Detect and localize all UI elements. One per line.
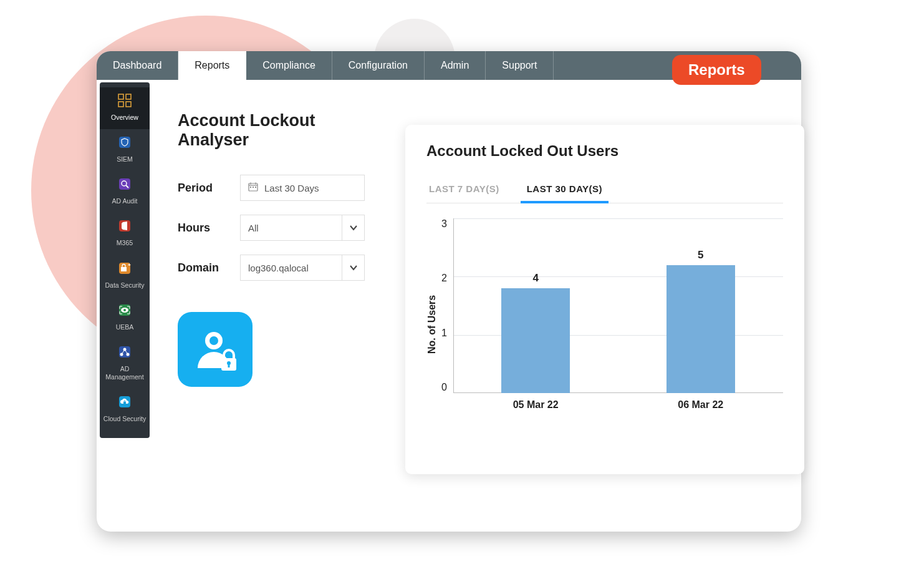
tab-admin[interactable]: Admin <box>425 51 486 80</box>
bar-col-1: 5 <box>667 249 735 393</box>
bar-col-0: 4 <box>501 272 570 393</box>
sidebar-item-ad-audit[interactable]: AD Audit <box>100 171 150 213</box>
sidebar-item-ad-management[interactable]: AD Management <box>100 339 150 389</box>
sidebar-item-m365[interactable]: M365 <box>100 213 150 255</box>
chart-title: Account Locked Out Users <box>426 142 783 160</box>
tab-dashboard[interactable]: Dashboard <box>97 51 178 80</box>
hours-label: Hours <box>178 221 240 235</box>
x-axis-ticks: 05 Mar 22 06 Mar 22 <box>453 399 783 411</box>
tab-configuration[interactable]: Configuration <box>332 51 425 80</box>
tab-support[interactable]: Support <box>486 51 554 80</box>
calendar-icon <box>248 182 258 194</box>
period-field[interactable]: Last 30 Days <box>240 175 365 201</box>
sidebar-item-label: UEBA <box>116 323 134 331</box>
svg-rect-17 <box>119 178 130 190</box>
chevron-down-icon <box>342 255 364 280</box>
sidebar-item-label: AD Management <box>102 365 147 381</box>
svg-rect-12 <box>118 94 123 99</box>
hours-select[interactable]: All <box>240 215 365 241</box>
sidebar-item-label: M365 <box>117 239 133 247</box>
y-axis-ticks: 3 2 1 0 <box>441 218 453 393</box>
bar-0[interactable] <box>501 288 570 393</box>
cloud-lock-icon <box>118 395 132 411</box>
svg-point-26 <box>123 309 126 311</box>
svg-text:+: + <box>128 262 131 268</box>
sidebar-item-label: Data Security <box>105 281 144 290</box>
svg-rect-6 <box>255 187 256 188</box>
shield-icon <box>118 135 132 152</box>
chart-tab-7days[interactable]: LAST 7 DAY(S) <box>426 177 502 203</box>
chevron-down-icon <box>342 215 364 240</box>
office-icon <box>118 219 132 235</box>
overview-icon <box>118 94 132 110</box>
sidebar: Overview SIEM AD Audit M365 + Data Secur… <box>100 82 150 438</box>
period-value: Last 30 Days <box>264 183 319 193</box>
magnify-icon <box>118 177 132 193</box>
sidebar-item-label: Cloud Security <box>103 415 146 423</box>
eye-icon <box>118 303 132 319</box>
sidebar-item-label: Overview <box>111 114 138 122</box>
sidebar-item-siem[interactable]: SIEM <box>100 129 150 171</box>
lock-folder-icon: + <box>118 261 132 278</box>
chart-range-tabs: LAST 7 DAY(S) LAST 30 DAY(S) <box>426 177 783 203</box>
tab-reports[interactable]: Reports <box>178 51 246 80</box>
sidebar-item-label: SIEM <box>117 155 133 163</box>
svg-rect-42 <box>123 402 126 404</box>
svg-rect-11 <box>228 364 230 367</box>
bar-value-label: 5 <box>698 249 703 261</box>
domain-label: Domain <box>178 261 240 275</box>
sidebar-item-cloud-security[interactable]: Cloud Security <box>100 389 150 431</box>
chart-card: Account Locked Out Users LAST 7 DAY(S) L… <box>405 125 804 474</box>
svg-rect-22 <box>121 267 127 271</box>
period-label: Period <box>178 182 240 195</box>
reports-badge: Reports <box>672 55 761 85</box>
chart-bars: 4 5 <box>453 218 783 393</box>
chart-ylabel: No. of Users <box>426 218 438 431</box>
page-title: Account Lockout Analyser <box>178 111 383 150</box>
nodes-icon <box>118 345 132 361</box>
svg-rect-4 <box>250 187 251 188</box>
svg-rect-14 <box>118 102 123 107</box>
svg-rect-13 <box>126 94 131 99</box>
sidebar-item-label: AD Audit <box>112 197 138 205</box>
hours-value: All <box>248 223 259 233</box>
sidebar-item-overview[interactable]: Overview <box>100 87 150 129</box>
svg-rect-5 <box>253 187 254 188</box>
chart-area: No. of Users 3 2 1 0 4 <box>426 218 783 431</box>
svg-rect-15 <box>126 102 131 107</box>
svg-point-8 <box>209 336 218 345</box>
account-lockout-icon <box>178 312 253 387</box>
domain-select[interactable]: log360.qalocal <box>240 255 365 281</box>
sidebar-item-data-security[interactable]: + Data Security <box>100 255 150 297</box>
sidebar-item-ueba[interactable]: UEBA <box>100 297 150 339</box>
bar-value-label: 4 <box>532 272 538 285</box>
bar-1[interactable] <box>667 265 735 393</box>
chart-tab-30days[interactable]: LAST 30 DAY(S) <box>524 177 605 203</box>
tab-compliance[interactable]: Compliance <box>246 51 332 80</box>
domain-value: log360.qalocal <box>248 263 309 273</box>
